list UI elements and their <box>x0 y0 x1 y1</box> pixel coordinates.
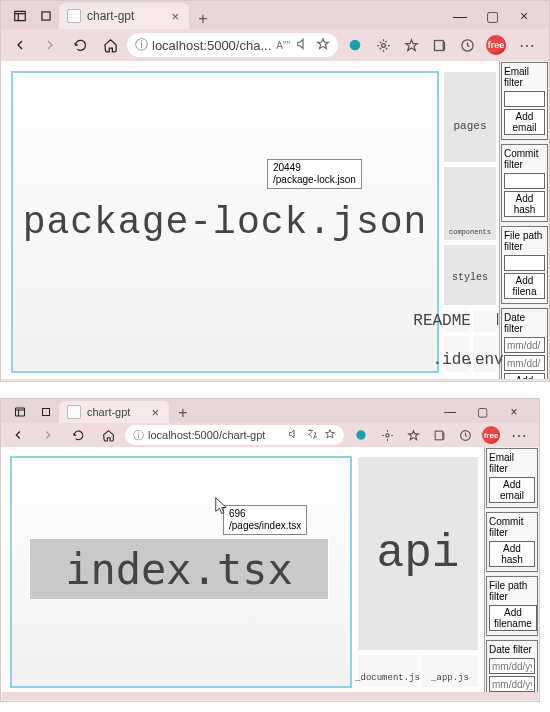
treemap-label: components <box>449 228 491 236</box>
settings-gear-icon[interactable] <box>378 426 396 444</box>
treemap-node-pages[interactable]: pages <box>443 71 497 163</box>
tab-actions-icon[interactable] <box>37 7 55 25</box>
add-hash-button[interactable]: Add hash <box>504 191 545 217</box>
email-filter-input[interactable] <box>504 91 545 107</box>
treemap-node-document[interactable]: _document.js <box>357 654 418 688</box>
home-button[interactable] <box>101 36 119 54</box>
date-from-input[interactable] <box>489 658 535 674</box>
history-icon[interactable] <box>456 426 474 444</box>
window-close-button[interactable]: × <box>505 405 523 419</box>
tab-close-button[interactable]: × <box>149 405 161 420</box>
collections-icon[interactable] <box>430 36 448 54</box>
favorite-icon[interactable] <box>316 37 330 54</box>
tab-title: chart-gpt <box>87 9 134 23</box>
reload-button[interactable] <box>69 426 87 444</box>
add-date-button[interactable]: Add date <box>504 373 545 379</box>
window-close-button[interactable]: × <box>515 8 533 24</box>
panel-legend: Commit filter <box>489 516 535 538</box>
treemap-label: _document.js <box>355 673 420 683</box>
date-to-input[interactable] <box>489 676 535 692</box>
treemap-area[interactable]: package-lock.json 20449 /package-lock.js… <box>1 61 499 379</box>
treemap-node-idea[interactable]: .idea <box>443 335 470 373</box>
tab-close-button[interactable]: × <box>169 9 181 24</box>
url-actions: A"" <box>276 37 330 54</box>
nav-back-button[interactable] <box>11 36 29 54</box>
treemap-node-main[interactable]: package-lock.json <box>11 71 439 373</box>
add-email-button[interactable]: Add email <box>504 109 545 135</box>
new-tab-button[interactable]: + <box>173 403 193 423</box>
read-aloud-icon[interactable] <box>288 428 300 442</box>
filters-sidebar: Email filter Add email Commit filter Add… <box>499 61 549 379</box>
url-text: localhost:5000/chart-gpt <box>148 429 288 441</box>
treemap[interactable]: package-lock.json 20449 /package-lock.js… <box>7 67 499 373</box>
reload-button[interactable] <box>71 36 89 54</box>
page-viewport: index.tsx api _document.js _app.js 696 /… <box>1 447 539 692</box>
titlebar: chart-gpt × + — ▢ × <box>1 399 539 423</box>
treemap-label: api <box>377 528 460 580</box>
window-maximize-button[interactable]: ▢ <box>483 8 501 24</box>
add-filename-button[interactable]: Add filena <box>504 273 545 299</box>
home-button[interactable] <box>99 426 117 444</box>
address-bar[interactable]: ⓘ localhost:5000/chart-gpt <box>125 425 344 445</box>
panel-email-filter: Email filter Add email <box>501 62 548 140</box>
treemap-node-api[interactable]: api <box>357 456 479 651</box>
filepath-filter-input[interactable] <box>504 255 545 271</box>
favorite-icon[interactable] <box>324 428 336 442</box>
window-minimize-button[interactable]: — <box>441 405 459 419</box>
panel-legend: Date filter <box>489 644 535 655</box>
add-email-button[interactable]: Add email <box>489 477 535 503</box>
collections-icon[interactable] <box>430 426 448 444</box>
window-maximize-button[interactable]: ▢ <box>473 405 491 419</box>
profile-avatar[interactable]: free <box>486 35 506 55</box>
commit-filter-input[interactable] <box>504 173 545 189</box>
treemap-node-env[interactable]: .env <box>472 335 497 373</box>
svg-point-2 <box>381 43 385 47</box>
favorites-bar-icon[interactable] <box>402 36 420 54</box>
treemap-label: styles <box>452 272 488 283</box>
toolbar-extensions: free ⋯ <box>348 426 535 445</box>
window-minimize-button[interactable]: — <box>451 8 469 24</box>
site-info-icon[interactable]: ⓘ <box>133 428 144 443</box>
profile-avatar[interactable]: free <box>482 426 500 444</box>
panel-commit-filter: Commit filter Add hash <box>486 512 538 572</box>
treemap-node-styles[interactable]: styles <box>443 244 497 306</box>
toolbar-extensions: free ⋯ <box>342 35 543 55</box>
treemap-node-app[interactable]: _app.js <box>421 654 479 688</box>
treemap-node-components[interactable]: components <box>443 166 497 241</box>
treemap-node-index[interactable]: index.tsx <box>29 538 329 600</box>
svg-point-7 <box>385 433 388 436</box>
tab-favicon <box>67 405 81 419</box>
add-hash-button[interactable]: Add hash <box>489 541 535 567</box>
history-icon[interactable] <box>458 36 476 54</box>
panel-commit-filter: Commit filter Add hash <box>501 144 548 222</box>
menu-button[interactable]: ⋯ <box>508 426 531 445</box>
favorites-bar-icon[interactable] <box>404 426 422 444</box>
extension-circle-icon[interactable] <box>346 36 364 54</box>
translate-icon[interactable] <box>306 428 318 442</box>
new-tab-button[interactable]: + <box>193 9 213 29</box>
date-to-input[interactable] <box>504 355 545 371</box>
settings-gear-icon[interactable] <box>374 36 392 54</box>
treemap-node-small[interactable] <box>472 309 497 333</box>
treemap-area[interactable]: index.tsx api _document.js _app.js 696 /… <box>1 447 484 692</box>
extension-circle-icon[interactable] <box>352 426 370 444</box>
add-filename-button[interactable]: Add filename <box>489 605 537 631</box>
treemap[interactable]: index.tsx api _document.js _app.js 696 /… <box>7 453 484 686</box>
browser-tab[interactable]: chart-gpt × <box>59 3 189 29</box>
workspaces-icon[interactable] <box>11 7 29 25</box>
address-bar[interactable]: ⓘ localhost:5000/cha... A"" <box>127 33 338 57</box>
panel-legend: Commit filter <box>504 148 545 170</box>
treemap-node-readme[interactable]: README.md <box>443 309 470 333</box>
url-actions <box>288 428 336 442</box>
workspaces-icon[interactable] <box>11 403 29 421</box>
site-info-icon[interactable]: ⓘ <box>135 36 148 54</box>
tab-actions-icon[interactable] <box>37 403 55 421</box>
read-aloud-icon[interactable] <box>296 37 310 54</box>
browser-window-bottom: chart-gpt × + — ▢ × ⓘ localhost:5000/cha… <box>0 398 540 702</box>
menu-button[interactable]: ⋯ <box>516 36 539 55</box>
browser-tab[interactable]: chart-gpt × <box>59 401 169 423</box>
nav-back-button[interactable] <box>9 426 27 444</box>
reader-view-icon[interactable]: A"" <box>276 40 290 51</box>
date-from-input[interactable] <box>504 337 545 353</box>
nav-fwd-button <box>41 36 59 54</box>
